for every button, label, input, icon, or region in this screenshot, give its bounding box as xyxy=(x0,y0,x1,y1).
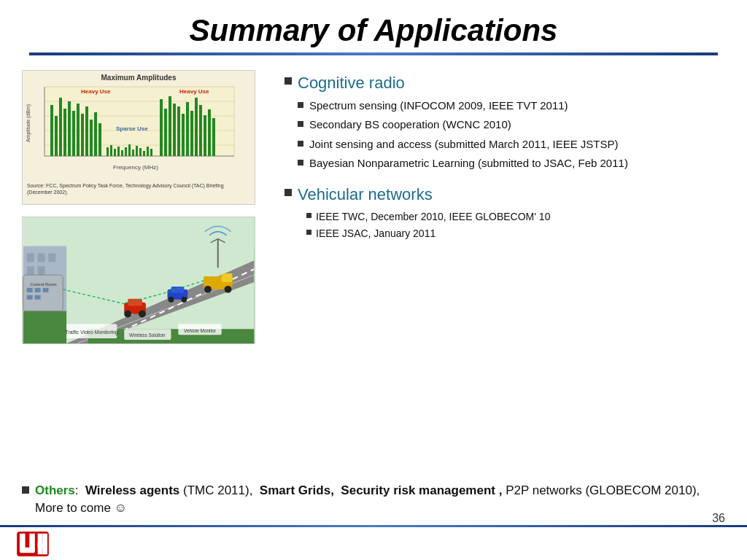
vehicular-title: Vehicular networks xyxy=(298,185,433,204)
svg-rect-28 xyxy=(128,144,131,156)
svg-rect-52 xyxy=(27,253,34,262)
svg-rect-13 xyxy=(63,109,66,156)
svg-rect-16 xyxy=(77,104,80,156)
slide-number: 36 xyxy=(712,512,725,525)
uh-logo-icon xyxy=(15,530,51,558)
svg-rect-35 xyxy=(160,99,163,156)
title-area: Summary of Applications xyxy=(0,0,747,63)
svg-text:Amplitude (dBm): Amplitude (dBm) xyxy=(26,104,31,142)
left-column: Maximum Amplitudes Heavy Use Sparse xyxy=(22,70,270,344)
list-item: Joint sensing and access (submitted Marc… xyxy=(298,137,725,152)
list-bullet xyxy=(298,141,303,147)
spectrum-caption: Source: FCC, Spectrum Policy Task Force,… xyxy=(23,181,255,197)
svg-text:Control Room: Control Room xyxy=(30,282,57,287)
sub-bullet xyxy=(306,230,311,235)
list-bullet xyxy=(298,121,303,127)
svg-rect-74 xyxy=(23,275,63,311)
svg-rect-25 xyxy=(117,147,120,156)
svg-rect-36 xyxy=(164,109,167,156)
svg-rect-55 xyxy=(27,266,34,275)
svg-rect-79 xyxy=(27,295,33,300)
svg-text:Vehicle Monitor: Vehicle Monitor xyxy=(184,328,217,333)
svg-rect-37 xyxy=(169,96,171,156)
svg-rect-11 xyxy=(55,116,58,156)
svg-rect-26 xyxy=(121,150,123,156)
list-item-text: IEEE JSAC, January 2011 xyxy=(316,227,436,240)
svg-rect-54 xyxy=(48,253,55,262)
svg-text:Frequency (MHz): Frequency (MHz) xyxy=(113,164,158,171)
svg-rect-80 xyxy=(35,295,41,300)
list-item-text: IEEE TWC, December 2010, IEEE GLOBECOM' … xyxy=(316,210,550,223)
svg-rect-17 xyxy=(81,114,84,156)
spectrum-image: Maximum Amplitudes Heavy Use Sparse xyxy=(22,70,255,205)
svg-point-64 xyxy=(124,311,131,318)
svg-text:Heavy Use: Heavy Use xyxy=(179,88,209,95)
svg-rect-23 xyxy=(110,145,112,156)
svg-rect-77 xyxy=(35,288,41,292)
svg-rect-24 xyxy=(114,149,116,156)
main-content: Maximum Amplitudes Heavy Use Sparse xyxy=(0,63,747,344)
svg-text:Wireless Solution: Wireless Solution xyxy=(129,332,166,338)
others-line: Others: Wireless agents (TMC 2011), Smar… xyxy=(0,476,747,520)
others-label: Others xyxy=(35,483,75,497)
svg-rect-99 xyxy=(42,533,47,554)
list-item-text: Joint sensing and access (submitted Marc… xyxy=(309,137,619,152)
svg-rect-56 xyxy=(38,266,45,275)
svg-rect-33 xyxy=(147,147,149,156)
svg-rect-27 xyxy=(125,147,127,156)
footer-logo-area xyxy=(0,527,747,560)
svg-point-72 xyxy=(204,286,212,293)
svg-rect-29 xyxy=(132,149,134,156)
list-item: IEEE JSAC, January 2011 xyxy=(306,227,725,240)
right-column: Cognitive radio Spectrum sensing (INFOCO… xyxy=(285,70,725,344)
others-content: : Wireless agents (TMC 2011), Smart Grid… xyxy=(35,483,700,515)
svg-text:Heavy Use: Heavy Use xyxy=(81,88,111,95)
list-item-text: Secondary BS cooperation (WCNC 2010) xyxy=(309,117,511,132)
list-item-text: Spectrum sensing (INFOCOM 2009, IEEE TVT… xyxy=(309,98,568,113)
cognitive-radio-title: Cognitive radio xyxy=(298,74,405,93)
svg-rect-21 xyxy=(98,123,101,156)
svg-rect-18 xyxy=(85,106,88,156)
others-bullet xyxy=(22,486,29,494)
list-bullet xyxy=(298,102,303,108)
cognitive-bullet xyxy=(285,77,292,85)
svg-rect-46 xyxy=(208,109,211,156)
road-scene-svg: Control Room Traffic Video xyxy=(23,217,255,343)
svg-rect-22 xyxy=(107,147,109,156)
svg-rect-40 xyxy=(182,114,185,156)
vehicular-image: Control Room Traffic Video xyxy=(22,217,255,344)
svg-rect-45 xyxy=(204,115,206,156)
spectrum-svg-chart: Heavy Use Sparse Use Heavy Use xyxy=(23,83,241,178)
sub-bullet xyxy=(306,213,311,218)
svg-rect-42 xyxy=(190,111,193,156)
list-bullet xyxy=(298,160,303,166)
list-item: Bayesian Nonparametric Learning (submitt… xyxy=(298,156,725,171)
svg-point-68 xyxy=(169,297,174,303)
svg-rect-44 xyxy=(199,105,202,156)
svg-rect-71 xyxy=(222,273,233,282)
footer xyxy=(0,525,747,560)
vehicular-list: IEEE TWC, December 2010, IEEE GLOBECOM' … xyxy=(285,210,725,240)
svg-rect-32 xyxy=(143,151,145,156)
svg-point-73 xyxy=(225,286,232,293)
svg-rect-34 xyxy=(150,149,152,156)
vehicular-section: Vehicular networks IEEE TWC, December 20… xyxy=(285,185,725,240)
svg-rect-10 xyxy=(50,105,53,156)
svg-rect-39 xyxy=(177,106,180,156)
spectrum-chart-title: Maximum Amplitudes xyxy=(23,71,255,83)
svg-rect-76 xyxy=(27,288,33,292)
svg-rect-19 xyxy=(90,120,93,156)
svg-rect-14 xyxy=(68,101,71,156)
title-underline xyxy=(29,52,718,55)
list-item: Secondary BS cooperation (WCNC 2010) xyxy=(298,117,725,132)
list-item-text: Bayesian Nonparametric Learning (submitt… xyxy=(309,156,628,171)
svg-text:Sparse Use: Sparse Use xyxy=(116,125,148,132)
svg-rect-38 xyxy=(173,104,176,156)
svg-rect-96 xyxy=(29,533,35,551)
svg-rect-43 xyxy=(195,98,198,156)
cognitive-radio-header: Cognitive radio xyxy=(285,74,725,93)
svg-text:Traffic Video Monitoring: Traffic Video Monitoring xyxy=(66,330,119,335)
vehicular-bullet xyxy=(285,189,292,196)
svg-rect-20 xyxy=(94,112,97,156)
list-item: IEEE TWC, December 2010, IEEE GLOBECOM' … xyxy=(306,210,725,223)
